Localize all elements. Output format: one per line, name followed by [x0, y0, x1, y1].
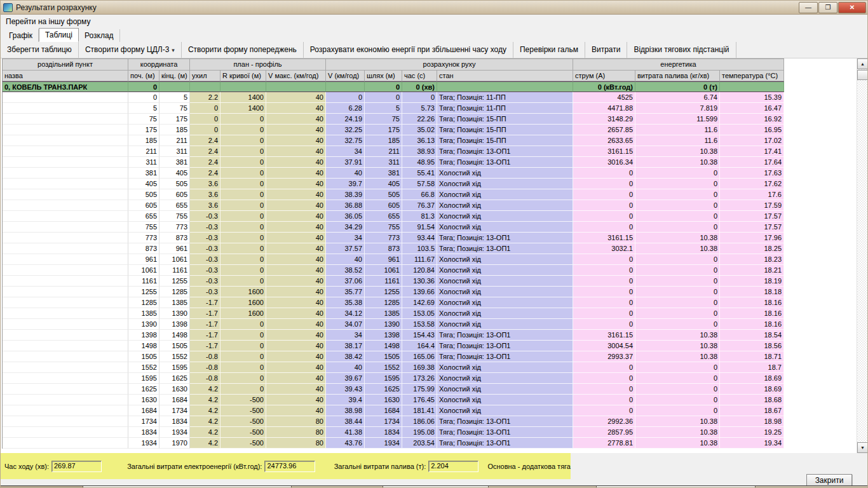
scroll-down-icon[interactable]: ▼ [857, 442, 868, 453]
cell-nazva [3, 157, 128, 168]
cell-r-kryvoi: 0 [220, 276, 266, 287]
cell-nazva [3, 405, 128, 416]
scrollbar-thumb[interactable] [857, 70, 868, 80]
cell-v-maks: 40 [266, 319, 326, 330]
table-row[interactable]: 183419344.2-5008041.381834195.08Тяга; По… [3, 427, 784, 438]
summary-row[interactable]: 0, КОВЕЛЬ ТРАНЗ.ПАРК000 (хв)0 (кВт.год)0… [3, 81, 784, 92]
cell-stan: Холостий хід [437, 362, 573, 373]
table-row[interactable]: 15051552-0.804038.421505165.06Тяга; Пози… [3, 351, 784, 362]
table-row[interactable]: 163016844.2-5004039.41630176.45Холостий … [3, 395, 784, 405]
cell-vytrata-palyva: 0 [635, 297, 720, 308]
minimize-button[interactable]: — [799, 2, 818, 13]
table-row[interactable]: 655755-0.304036.0565581.3Холостий хід001… [3, 211, 784, 222]
cell-v-maks: 80 [266, 427, 326, 438]
table-row[interactable]: 9611061-0.304040961111.67Холостий хід001… [3, 254, 784, 265]
calc-energy-saving-button[interactable]: Розрахувати економію енергії при збільше… [304, 42, 513, 58]
scroll-up-icon[interactable]: ▲ [857, 58, 868, 69]
table-row[interactable]: 75175004024.197522.26Тяга; Позиція: 15-П… [3, 114, 784, 125]
save-table-button[interactable]: Зберегти таблицю [1, 42, 79, 58]
cell-ukhyl: -0.8 [190, 362, 220, 373]
table-row[interactable]: 13851390-1.716004034.121385153.05Холости… [3, 308, 784, 319]
create-cdl3-label: Створити форму ЦДЛ-3 [85, 45, 169, 54]
menu-item-go-to-other-form[interactable]: Перейти на іншу форму [1, 16, 95, 27]
cell-vytrata-palyva: 0 [635, 405, 720, 416]
cell-temperatura: 16.95 [720, 125, 784, 135]
table-row[interactable]: 14981505-1.704038.171498164.4Тяга; Позиц… [3, 341, 784, 351]
table-row[interactable]: 173418344.2-5008038.441734186.06Тяга; По… [3, 416, 784, 427]
table-row[interactable]: 13981498-1.7040341398154.43Тяга; Позиція… [3, 330, 784, 341]
cell-chas: 76.37 [402, 200, 437, 211]
table-row[interactable]: 175185004032.2517535.02Тяга; Позиція: 15… [3, 125, 784, 135]
cell-r-kryvoi: 0 [220, 243, 266, 254]
table-row[interactable]: 12851385-1.716004035.381285142.69Холости… [3, 297, 784, 308]
brake-checks-button[interactable]: Перевірки гальм [513, 42, 585, 58]
table-row[interactable]: 15521595-0.8040401552169.38Холостий хід0… [3, 362, 784, 373]
traction-substation-segments-button[interactable]: Відрізки тягових підстанцій [627, 42, 736, 58]
cell-vytrata-palyva: 10.38 [635, 157, 720, 168]
table-row[interactable]: 1852112.404032.7518536.13Тяга; Позиція: … [3, 135, 784, 146]
cell-nazva [3, 146, 128, 157]
create-warnings-form-button[interactable]: Створити форму попереджень [182, 42, 304, 58]
table-row[interactable]: 168417344.2-5004038.981684181.41Холостий… [3, 405, 784, 416]
table-row[interactable]: 162516304.204039.431625175.99Холостий хі… [3, 384, 784, 395]
table-row[interactable]: 12551285-0.316004035.771255139.66Холости… [3, 287, 784, 297]
tab-schedule[interactable]: Розклад [79, 29, 120, 42]
table-row[interactable]: 10611161-0.304038.521061120.84Холостий х… [3, 265, 784, 276]
cell-chas: 175.99 [402, 384, 437, 395]
cell-kinets: 1630 [159, 384, 190, 395]
cell-v-maks: 40 [266, 384, 326, 395]
cell-chas: 195.08 [402, 427, 437, 438]
table-row[interactable]: 3814052.40404038155.41Холостий хід0017.6… [3, 168, 784, 179]
table-row[interactable]: 11611255-0.304037.061161130.36Холостий х… [3, 276, 784, 287]
table-row[interactable]: 57501400406.2855.73Тяга; Позиція: 11-ПП4… [3, 103, 784, 114]
cell-temperatura: 17.63 [720, 168, 784, 179]
cell-temperatura: 17.96 [720, 233, 784, 243]
cell-v: 34.29 [326, 222, 365, 233]
cell-kinets: 1595 [159, 362, 190, 373]
cell-poch: 1285 [128, 297, 159, 308]
tab-graph[interactable]: Графік [3, 29, 39, 42]
cell-stan: Холостий хід [437, 405, 573, 416]
cell-vytrata-palyva: 0 [635, 189, 720, 200]
tab-tables[interactable]: Таблиці [39, 28, 79, 42]
table-row[interactable]: 773873-0.30403477393.44Тяга; Позиція: 13… [3, 233, 784, 243]
cell-kinets: 1834 [159, 416, 190, 427]
cell-shliakh: 1161 [365, 276, 402, 287]
table-row[interactable]: 13901398-1.704034.071390153.58Холостий х… [3, 319, 784, 330]
cell-vytrata-palyva: 0 [635, 395, 720, 405]
cell-nazva [3, 276, 128, 287]
cell-v-maks: 40 [266, 200, 326, 211]
table-row[interactable]: 193419704.2-5008043.761934203.54Тяга; По… [3, 438, 784, 449]
time-field[interactable]: 269.87 [51, 461, 102, 472]
cell-vytrata-palyva: 0 [635, 200, 720, 211]
table-row[interactable]: 5056053.604038.3950566.8Холостий хід0017… [3, 189, 784, 200]
vertical-scrollbar[interactable]: ▲ ▼ [857, 58, 867, 453]
cell-temperatura: 18.68 [720, 395, 784, 405]
cell-stan: Холостий хід [437, 276, 573, 287]
cell-v-maks: 40 [266, 330, 326, 341]
restore-button[interactable]: ❐ [818, 2, 837, 13]
table-row[interactable]: 755773-0.304034.2975591.54Холостий хід00… [3, 222, 784, 233]
totals-panel: Час ходу (хв): 269.87 Загальні витрати е… [1, 453, 571, 479]
table-row[interactable]: 2113112.40403421138.93Тяга; Позиція: 13-… [3, 146, 784, 157]
close-window-button[interactable]: ✕ [838, 2, 866, 13]
group-header-row: роздільний пункт координата план - профі… [3, 59, 784, 71]
table-row[interactable]: 6056553.604036.8860576.37Холостий хід001… [3, 200, 784, 211]
cell-poch: 961 [128, 254, 159, 265]
cell-temperatura: 18.71 [720, 351, 784, 362]
cell-v: 32.75 [326, 135, 365, 146]
cell-poch: 1061 [128, 265, 159, 276]
table-row[interactable]: 052.2140040000Тяга; Позиція: 11-ПП45256.… [3, 92, 784, 103]
energy-field[interactable]: 24773.96 [264, 461, 315, 472]
expenses-button[interactable]: Витрати [585, 42, 628, 58]
table-row[interactable]: 15951625-0.804039.671595173.26Холостий х… [3, 373, 784, 384]
table-row[interactable]: 3113812.404037.9131148.95Тяга; Позиція: … [3, 157, 784, 168]
table-row[interactable]: 4055053.604039.740557.58Холостий хід0017… [3, 179, 784, 189]
create-cdl3-form-button[interactable]: Створити форму ЦДЛ-3▾ [79, 42, 182, 58]
table-row[interactable]: 873961-0.304037.57873103.5Тяга; Позиція:… [3, 243, 784, 254]
cell-poch: 381 [128, 168, 159, 179]
cell-vytrata-palyva: 0 [635, 384, 720, 395]
cell-nazva [3, 265, 128, 276]
fuel-field[interactable]: 2.204 [428, 461, 478, 472]
cell-nazva [3, 297, 128, 308]
